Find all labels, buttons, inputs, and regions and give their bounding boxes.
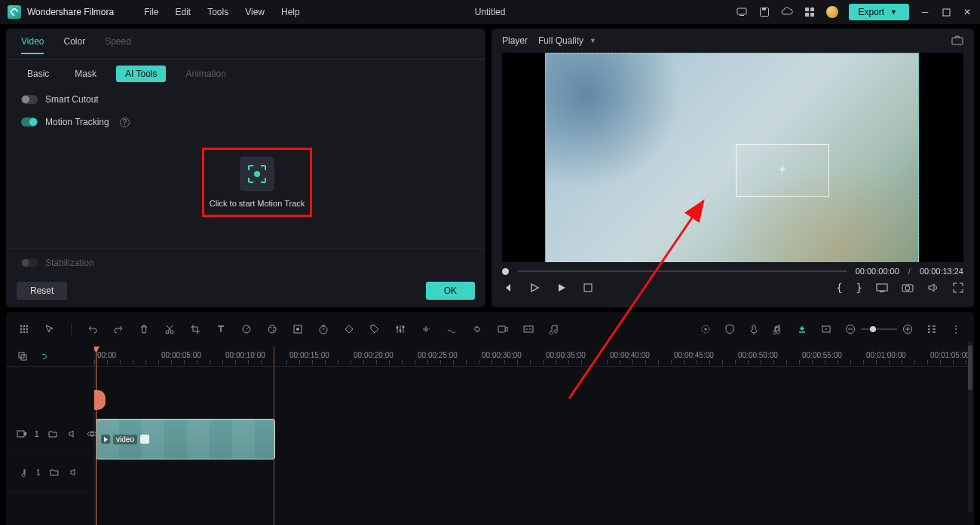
list-icon[interactable]	[926, 323, 938, 335]
speed-icon[interactable]	[240, 323, 253, 335]
mix-icon[interactable]	[446, 323, 458, 335]
device-icon[interactable]	[736, 6, 748, 18]
tag-icon[interactable]	[369, 323, 381, 335]
scrub-playhead[interactable]	[502, 268, 509, 275]
scrub-track[interactable]	[518, 270, 847, 272]
menu-tools[interactable]: Tools	[207, 7, 228, 17]
cloud-icon[interactable]	[781, 6, 793, 18]
play-forward-button[interactable]	[556, 282, 567, 293]
timeline-tracks[interactable]: 00:0000:00:05:0000:00:10:0000:00:15:0000…	[94, 346, 974, 525]
svg-point-21	[26, 328, 28, 330]
motion-tracking-toggle[interactable]	[21, 118, 38, 127]
help-icon[interactable]: ?	[120, 118, 130, 127]
player-label: Player	[502, 35, 528, 46]
export-button[interactable]: Export▼	[849, 4, 909, 20]
record-icon[interactable]	[497, 323, 509, 335]
video-track-number: 1	[35, 430, 39, 438]
grid-icon[interactable]	[18, 323, 30, 335]
video-clip[interactable]: video	[96, 419, 275, 459]
preview-viewport[interactable]	[502, 53, 963, 262]
menu-help[interactable]: Help	[281, 7, 300, 17]
subtitle-icon[interactable]	[522, 323, 534, 335]
main-menu: File Edit Tools View Help	[144, 7, 300, 17]
snapshot-icon[interactable]	[951, 35, 963, 47]
tab-color[interactable]: Color	[63, 36, 85, 53]
subtab-ai-tools[interactable]: AI Tools	[116, 66, 166, 82]
export-label: Export	[858, 7, 884, 17]
zoom-out-icon[interactable]	[844, 323, 856, 335]
delete-icon[interactable]	[138, 323, 150, 335]
note-icon[interactable]	[772, 323, 784, 335]
quality-select[interactable]: Full Quality ▼	[538, 35, 596, 46]
vertical-scrollbar[interactable]	[968, 340, 972, 512]
keyframe-icon[interactable]	[343, 323, 355, 335]
motion-track-button[interactable]	[240, 157, 274, 191]
more-icon[interactable]: ⋮	[950, 323, 962, 335]
fullscreen-icon[interactable]	[953, 282, 963, 293]
zoom-slider[interactable]	[861, 328, 897, 330]
undo-icon[interactable]	[87, 323, 99, 335]
svg-point-44	[825, 328, 827, 330]
play-button[interactable]	[529, 282, 540, 293]
tab-speed[interactable]: Speed	[105, 36, 131, 53]
redo-icon[interactable]	[112, 323, 124, 335]
subtab-mask[interactable]: Mask	[69, 66, 103, 82]
layers-icon[interactable]	[17, 350, 29, 362]
smart-cutout-toggle[interactable]	[21, 95, 38, 104]
folder-icon[interactable]	[47, 428, 59, 440]
apps-icon[interactable]	[804, 6, 816, 18]
stop-button[interactable]	[583, 283, 593, 292]
reset-button[interactable]: Reset	[17, 282, 67, 300]
frame-icon[interactable]	[820, 323, 832, 335]
marker-icon[interactable]	[700, 323, 712, 335]
maximize-button[interactable]	[941, 7, 951, 17]
magnet-icon[interactable]	[796, 323, 808, 335]
gutter-top	[6, 346, 93, 367]
timeline-toolbar: ⋮	[6, 312, 974, 346]
mute-icon[interactable]	[68, 466, 80, 478]
volume-icon[interactable]	[927, 282, 939, 293]
prev-frame-button[interactable]	[502, 282, 513, 293]
adjust-icon[interactable]	[394, 323, 406, 335]
user-avatar-icon[interactable]	[826, 6, 838, 18]
playhead-marker[interactable]	[274, 346, 274, 525]
tracking-target-box[interactable]	[736, 144, 829, 197]
close-button[interactable]: ✕	[962, 7, 972, 17]
subtab-basic[interactable]: Basic	[21, 66, 55, 82]
tab-video[interactable]: Video	[21, 36, 44, 54]
camera-icon[interactable]	[902, 282, 914, 293]
menu-view[interactable]: View	[245, 7, 265, 17]
ok-button[interactable]: OK	[426, 282, 475, 300]
music-icon[interactable]	[548, 323, 560, 335]
color-icon[interactable]	[266, 323, 278, 335]
minimize-button[interactable]: ─	[920, 7, 930, 17]
clip-name: video	[113, 435, 137, 444]
mute-icon[interactable]	[66, 428, 78, 440]
svg-rect-39	[524, 326, 533, 332]
svg-point-15	[905, 286, 910, 291]
timer-icon[interactable]	[317, 323, 329, 335]
crop-icon[interactable]	[189, 323, 201, 335]
mark-in-button[interactable]: {	[836, 282, 842, 294]
zoom-in-icon[interactable]	[902, 323, 914, 335]
audio-icon[interactable]	[420, 323, 432, 335]
subtab-animation[interactable]: Animation	[179, 66, 231, 82]
mark-out-button[interactable]: }	[856, 282, 862, 294]
menu-edit[interactable]: Edit	[176, 7, 191, 17]
display-icon[interactable]	[876, 282, 888, 293]
mic-icon[interactable]	[748, 323, 760, 335]
folder-icon[interactable]	[48, 466, 60, 478]
green-screen-icon[interactable]	[292, 323, 304, 335]
shield-icon[interactable]	[724, 323, 736, 335]
link-icon[interactable]	[471, 323, 483, 335]
chain-icon[interactable]	[38, 350, 50, 362]
text-icon[interactable]	[215, 323, 227, 335]
menu-file[interactable]: File	[144, 7, 158, 17]
chevron-down-icon: ▼	[890, 8, 897, 16]
app-name: Wondershare Filmora	[27, 7, 114, 17]
cut-icon[interactable]	[164, 323, 176, 335]
cursor-icon[interactable]	[44, 323, 56, 335]
playhead[interactable]	[96, 346, 96, 525]
save-icon[interactable]	[758, 6, 770, 18]
timeline-ruler[interactable]: 00:0000:00:05:0000:00:10:0000:00:15:0000…	[94, 346, 974, 367]
